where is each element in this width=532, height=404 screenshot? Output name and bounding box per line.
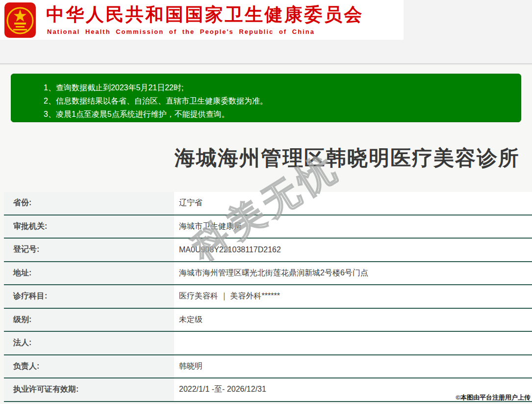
table-row-license-validity: 执业许可证有效期: 2022/1/1 -至- 2026/12/31: [4, 378, 532, 402]
table-row-approval-authority: 审批机关: 海城市卫生健康局: [4, 215, 532, 239]
header-divider-band: [0, 40, 532, 64]
site-title-chinese: 中华人民共和国国家卫生健康委员会: [46, 2, 364, 27]
row-label: 省份:: [4, 192, 174, 215]
details-table: 省份: 辽宁省 审批机关: 海城市卫生健康局 登记号: MA0U908Y2210…: [4, 192, 532, 402]
row-label: 级别:: [4, 309, 174, 331]
table-row-legal-person: 法人:: [4, 332, 532, 355]
row-value: 韩晓明: [174, 355, 532, 378]
row-label: 诊疗科目:: [4, 285, 174, 308]
table-row-level: 级别: 未定级: [4, 309, 532, 332]
row-label: 审批机关:: [4, 215, 174, 238]
national-emblem-icon: [4, 2, 36, 38]
row-label: 登记号:: [4, 239, 174, 261]
notice-line-1: 1、查询数据截止到2023年5月21日22时;: [44, 81, 521, 94]
row-label: 地址:: [4, 262, 174, 285]
institution-title: 海城海州管理区韩晓明医疗美容诊所: [175, 144, 520, 172]
row-value: [174, 332, 532, 354]
notice-line-2: 2、信息数据结果以各省、自治区、直辖市卫生健康委数据为准。: [44, 94, 521, 108]
row-value: MA0U908Y221038117D2162: [174, 239, 532, 261]
site-header: 中华人民共和国国家卫生健康委员会 National Health Commiss…: [0, 0, 404, 40]
row-value: 医疗美容科 ｜ 美容外科******: [174, 285, 532, 308]
row-label: 负责人:: [4, 355, 174, 378]
row-value: 海城市卫生健康局: [174, 215, 532, 238]
site-title-english: National Health Commission of the People…: [47, 28, 315, 35]
table-row-province: 省份: 辽宁省: [4, 192, 532, 215]
table-row-address: 地址: 海城市海州管理区曙光北街莲花鼎润新城2号楼6号门点: [4, 262, 532, 286]
notice-line-3: 3、凌晨1点至凌晨5点系统进行维护，不能提供查询。: [44, 108, 521, 121]
row-value: 海城市海州管理区曙光北街莲花鼎润新城2号楼6号门点: [174, 262, 532, 285]
row-value: 辽宁省: [174, 192, 532, 215]
notice-box: 1、查询数据截止到2023年5月21日22时; 2、信息数据结果以各省、自治区、…: [11, 74, 521, 122]
row-value: 未定级: [174, 309, 532, 331]
image-credit: ©本图由平台注册用户上传: [456, 393, 531, 402]
table-row-registration-number: 登记号: MA0U908Y221038117D2162: [4, 239, 532, 262]
row-label: 法人:: [4, 332, 174, 354]
row-label: 执业许可证有效期:: [4, 378, 174, 401]
table-row-treatment-subjects: 诊疗科目: 医疗美容科 ｜ 美容外科******: [4, 285, 532, 309]
table-row-person-in-charge: 负责人: 韩晓明: [4, 355, 532, 379]
